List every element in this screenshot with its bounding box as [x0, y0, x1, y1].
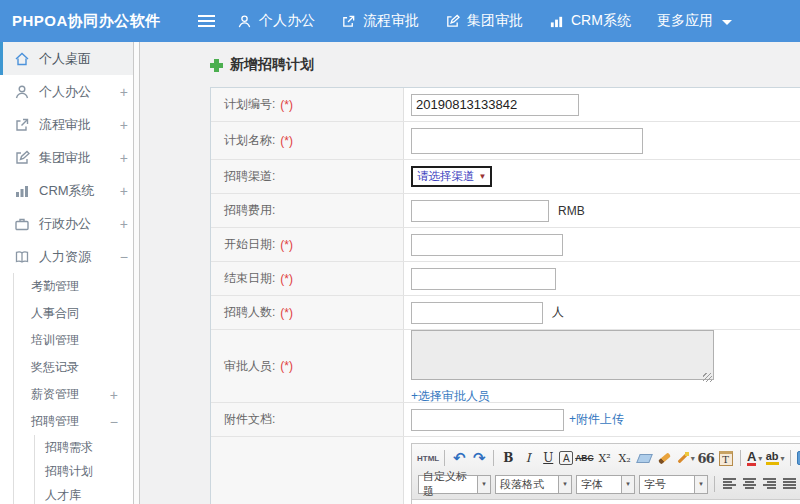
strikethrough-button[interactable]: ABC [575, 449, 593, 468]
form-row: 开始日期:(*) [211, 228, 800, 262]
required-marker: (*) [280, 238, 293, 252]
insert-image-button[interactable] [796, 449, 800, 468]
topnav-personal-office[interactable]: 个人办公 [237, 12, 315, 30]
editor-toolbar: HTML ↶ ↷ B I U A ABC X² X₂ [412, 444, 800, 500]
required-marker: (*) [280, 98, 293, 112]
format-painter-button[interactable]: ▾ [676, 449, 695, 468]
sidebar-item-hr[interactable]: 人力资源 − [0, 240, 140, 273]
expand-icon[interactable]: − [110, 414, 118, 430]
form-row: HTML ↶ ↷ B I U A ABC X² X₂ [211, 437, 800, 504]
font-family-select[interactable]: 字体▾ [576, 475, 635, 494]
form-row: 审批人员:(*) +选择审批人员 [211, 330, 800, 403]
expand-icon[interactable]: + [120, 183, 128, 199]
required-marker: (*) [280, 306, 293, 320]
undo-button[interactable]: ↶ [450, 449, 468, 468]
expand-icon[interactable]: + [120, 117, 128, 133]
topnav-group-approval[interactable]: 集团审批 [445, 12, 523, 30]
sidebar: 个人桌面 个人办公 + 流程审批 + 集团审批 + CRM系统 + 行政办公 +… [0, 42, 140, 504]
justify-button[interactable] [780, 475, 798, 494]
topnav-workflow-approval[interactable]: 流程审批 [341, 12, 419, 30]
hamburger-icon[interactable] [198, 15, 215, 27]
align-center-button[interactable] [740, 475, 758, 494]
required-marker: (*) [280, 134, 293, 148]
sidebar-scrollbar[interactable] [133, 42, 140, 504]
topnav-more-apps[interactable]: 更多应用 [657, 12, 732, 30]
expand-icon[interactable]: + [120, 216, 128, 232]
channel-select[interactable]: 请选择渠道 ▼ [411, 166, 492, 187]
hr-submenu: 考勤管理 人事合同 培训管理 奖惩记录 薪资管理 + 招聘管理 − 招聘需求 招… [13, 273, 140, 504]
home-icon [14, 51, 30, 67]
sidebar-item-salary[interactable]: 薪资管理 + [14, 381, 140, 408]
sidebar-item-hr-contract[interactable]: 人事合同 [14, 300, 140, 327]
bold-button[interactable]: B [499, 449, 517, 468]
chart-icon [549, 14, 564, 29]
redo-button[interactable]: ↷ [470, 449, 488, 468]
form-row: 招聘人数:(*) 人 [211, 296, 800, 330]
underline-button[interactable]: U [539, 449, 557, 468]
topnav-crm[interactable]: CRM系统 [549, 12, 631, 30]
main-content: 新增招聘计划 计划编号:(*) 计划名称:(*) 招聘渠道: 请选择渠道 ▼ 招… [140, 42, 800, 504]
attachment-upload-link[interactable]: +附件上传 [569, 411, 624, 428]
sidebar-item-rewards[interactable]: 奖惩记录 [14, 354, 140, 381]
attachment-input[interactable] [411, 409, 564, 431]
topbar: PHPOA协同办公软件 个人办公 流程审批 集团审批 CRM系统 更多应用 [0, 0, 800, 42]
blockquote-button[interactable]: 66 [697, 449, 715, 468]
resize-handle-icon[interactable] [703, 373, 712, 382]
start-date-input[interactable] [411, 234, 563, 256]
italic-button[interactable]: I [519, 449, 537, 468]
sidebar-item-recruit-mgmt[interactable]: 招聘管理 − [14, 408, 140, 435]
sidebar-item-group-approval[interactable]: 集团审批 + [0, 141, 140, 174]
sidebar-item-training[interactable]: 培训管理 [14, 327, 140, 354]
align-right-button[interactable] [760, 475, 778, 494]
sidebar-item-crm[interactable]: CRM系统 + [0, 174, 140, 207]
font-color-button[interactable]: A▾ [746, 449, 764, 468]
wand-icon [676, 452, 689, 465]
expand-icon[interactable]: + [120, 84, 128, 100]
caret-down-icon [722, 20, 732, 25]
sidebar-item-talent-pool[interactable]: 人才库 [35, 483, 140, 504]
sidebar-item-desktop[interactable]: 个人桌面 [0, 42, 140, 75]
user-icon [237, 14, 252, 29]
superscript-button[interactable]: X² [596, 449, 614, 468]
highlight-color-button[interactable]: ab▾ [766, 449, 785, 468]
format-a-button[interactable]: A [559, 451, 573, 465]
field-label: 计划名称: [224, 132, 275, 149]
sidebar-item-attendance[interactable]: 考勤管理 [14, 273, 140, 300]
sidebar-item-admin-office[interactable]: 行政办公 + [0, 207, 140, 240]
eraser-button[interactable] [636, 449, 654, 468]
form-row: 计划编号:(*) [211, 88, 800, 122]
expand-icon[interactable]: − [120, 249, 128, 265]
clear-format-button[interactable] [656, 449, 674, 468]
expand-icon[interactable]: + [120, 150, 128, 166]
form-row: 招聘渠道: 请选择渠道 ▼ [211, 160, 800, 194]
plan-number-input[interactable] [411, 94, 579, 116]
form-row: 招聘费用: RMB [211, 194, 800, 228]
end-date-input[interactable] [411, 268, 556, 290]
approvers-textarea[interactable] [411, 330, 714, 380]
custom-heading-select[interactable]: 自定义标题▾ [418, 475, 491, 494]
subscript-button[interactable]: X₂ [616, 449, 634, 468]
editor-content[interactable] [412, 500, 800, 504]
sidebar-item-recruit-demand[interactable]: 招聘需求 [35, 435, 140, 459]
expand-icon[interactable]: + [110, 387, 118, 403]
recruit-cost-input[interactable] [411, 200, 549, 222]
headcount-input[interactable] [411, 302, 543, 324]
unit-label: 人 [552, 304, 564, 321]
paste-text-button[interactable]: T [717, 449, 735, 468]
sidebar-item-recruit-plan[interactable]: 招聘计划 [35, 459, 140, 483]
field-label: 附件文档: [224, 411, 275, 428]
field-label: 招聘渠道: [224, 168, 275, 185]
sidebar-item-workflow-approval[interactable]: 流程审批 + [0, 108, 140, 141]
font-size-select[interactable]: 字号▾ [639, 475, 708, 494]
field-label: 开始日期: [224, 236, 275, 253]
source-code-button[interactable]: HTML [417, 449, 439, 468]
sidebar-item-personal-office[interactable]: 个人办公 + [0, 75, 140, 108]
paragraph-format-select[interactable]: 段落格式▾ [495, 475, 572, 494]
align-left-button[interactable] [720, 475, 738, 494]
plan-name-input[interactable] [411, 128, 643, 154]
field-label: 计划编号: [224, 96, 275, 113]
top-nav: 个人办公 流程审批 集团审批 CRM系统 更多应用 [237, 12, 758, 30]
app-logo[interactable]: PHPOA协同办公软件 [12, 12, 190, 31]
select-approvers-link[interactable]: +选择审批人员 [411, 388, 490, 405]
share-icon [14, 117, 30, 133]
